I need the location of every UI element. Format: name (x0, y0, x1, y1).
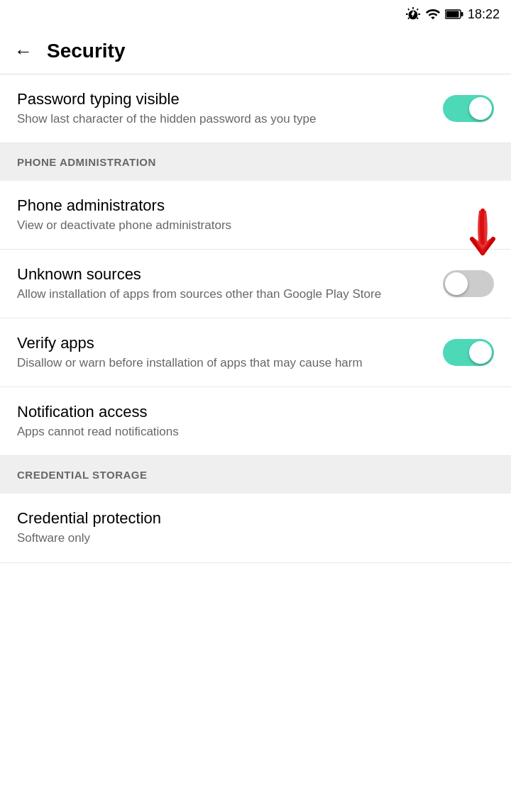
credential-storage-section: CREDENTIAL STORAGE (0, 456, 511, 494)
password-typing-toggle[interactable] (443, 95, 494, 122)
verify-apps-desc: Disallow or warn before installation of … (17, 355, 429, 371)
credential-protection-desc: Software only (17, 530, 480, 546)
unknown-sources-text: Unknown sources Allow installation of ap… (17, 265, 443, 302)
status-icons: 18:22 (405, 6, 500, 22)
alarm-icon (405, 6, 421, 22)
phone-administrators-item[interactable]: Phone administrators View or deactivate … (0, 181, 511, 250)
phone-administrators-desc: View or deactivate phone administrators (17, 218, 480, 233)
password-typing-text: Password typing visible Show last charac… (17, 90, 443, 127)
notification-access-item[interactable]: Notification access Apps cannot read not… (0, 387, 511, 456)
status-bar: 18:22 (0, 0, 511, 28)
phone-administrators-title: Phone administrators (17, 196, 480, 215)
phone-administrators-text: Phone administrators View or deactivate … (17, 196, 494, 233)
battery-icon (445, 6, 463, 22)
phone-administration-section: PHONE ADMINISTRATION (0, 143, 511, 181)
verify-apps-toggle[interactable] (443, 339, 494, 366)
verify-apps-title: Verify apps (17, 334, 429, 352)
verify-apps-item: Verify apps Disallow or warn before inst… (0, 318, 511, 387)
password-typing-visible-item: Password typing visible Show last charac… (0, 74, 511, 143)
signal-icon (425, 6, 441, 22)
verify-apps-text: Verify apps Disallow or warn before inst… (17, 334, 443, 371)
credential-protection-text: Credential protection Software only (17, 509, 494, 546)
password-typing-desc: Show last character of the hidden passwo… (17, 111, 429, 127)
unknown-sources-title: Unknown sources (17, 265, 429, 284)
notification-access-text: Notification access Apps cannot read not… (17, 403, 494, 440)
credential-protection-title: Credential protection (17, 509, 480, 528)
svg-rect-1 (461, 12, 463, 16)
notification-access-title: Notification access (17, 403, 480, 421)
status-time: 18:22 (468, 7, 500, 22)
back-button[interactable]: ← (14, 40, 33, 62)
toggle-knob-unknown (445, 272, 468, 295)
unknown-sources-item: Unknown sources Allow installation of ap… (0, 250, 511, 318)
unknown-sources-desc: Allow installation of apps from sources … (17, 287, 429, 302)
password-typing-title: Password typing visible (17, 90, 429, 109)
credential-protection-item[interactable]: Credential protection Software only (0, 494, 511, 562)
svg-rect-2 (446, 11, 458, 18)
notification-access-desc: Apps cannot read notifications (17, 424, 480, 440)
toggle-knob-verify (469, 341, 492, 364)
toggle-knob (469, 97, 492, 120)
page-title: Security (47, 40, 126, 62)
app-header: ← Security (0, 28, 511, 74)
unknown-sources-toggle[interactable] (443, 270, 494, 297)
